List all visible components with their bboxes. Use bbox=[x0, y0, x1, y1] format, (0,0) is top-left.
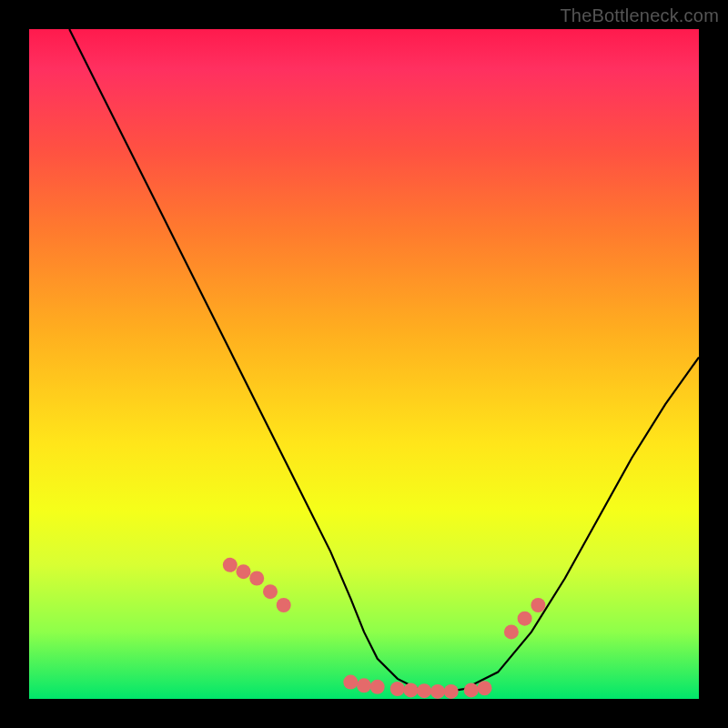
marker-dot bbox=[223, 558, 238, 572]
marker-dot bbox=[518, 612, 532, 626]
plot-area bbox=[29, 29, 699, 699]
marker-dot bbox=[357, 678, 371, 693]
marker-dot bbox=[464, 682, 479, 697]
marker-dot bbox=[404, 682, 419, 697]
chart-frame: TheBottleneck.com bbox=[0, 0, 728, 728]
marker-dot bbox=[444, 684, 459, 699]
marker-dot bbox=[370, 680, 385, 694]
marker-dot bbox=[531, 598, 545, 612]
marker-dot bbox=[504, 624, 519, 639]
marker-dot bbox=[249, 571, 264, 586]
marker-dot bbox=[478, 681, 492, 695]
marker-dot bbox=[390, 682, 405, 696]
marker-dot bbox=[263, 584, 278, 599]
marker-dot bbox=[343, 675, 358, 690]
marker-dot bbox=[417, 683, 431, 698]
marker-dot bbox=[277, 598, 291, 612]
watermark-text: TheBottleneck.com bbox=[560, 5, 719, 26]
bottleneck-curve bbox=[69, 29, 699, 693]
chart-svg bbox=[29, 29, 699, 699]
highlight-dots bbox=[223, 558, 546, 699]
marker-dot bbox=[430, 684, 445, 699]
marker-dot bbox=[237, 564, 251, 579]
